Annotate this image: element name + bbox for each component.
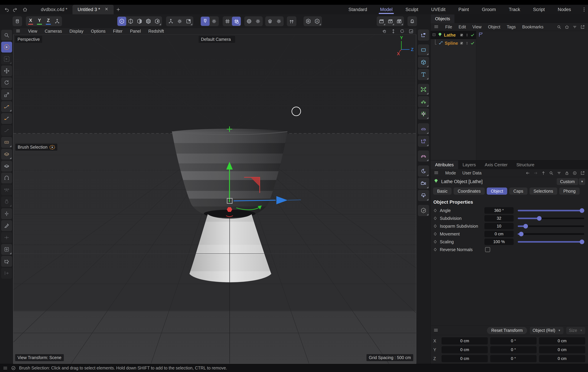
section-tab-object[interactable]: Object [487, 188, 507, 195]
point-mode-button[interactable] [126, 17, 135, 26]
reverse-normals-checkbox[interactable] [485, 247, 490, 252]
coordinate-field-z-1[interactable]: 0 ° [490, 355, 536, 362]
tab-attributes[interactable]: Attributes [430, 161, 458, 169]
knife-tool-button[interactable] [1, 220, 12, 231]
objects-menu-file[interactable]: File [445, 24, 452, 30]
viewport-menu-options[interactable]: Options [91, 29, 105, 34]
document-tab-0[interactable]: dvdbox.c4d * [36, 5, 73, 14]
redo-button[interactable] [11, 6, 19, 13]
frame-selection-tool-button[interactable] [1, 244, 12, 255]
modeling-axis-button[interactable] [245, 17, 253, 26]
path-edit-icon[interactable] [580, 25, 585, 30]
tab-layers[interactable]: Layers [458, 161, 480, 169]
section-tab-caps[interactable]: Caps [509, 188, 527, 195]
normal-align-button[interactable] [287, 17, 296, 26]
property-value-field[interactable]: 10 [484, 223, 514, 229]
object-tree-row-spline[interactable]: Spline [430, 39, 476, 47]
search-icon[interactable] [557, 25, 561, 30]
edit-toggle-icon[interactable] [459, 33, 464, 37]
filter-icon[interactable] [572, 25, 577, 30]
coordinate-field-y-2[interactable]: 0 cm [539, 346, 585, 353]
symmetry-toggle-button[interactable] [266, 17, 274, 26]
orbit-view-icon[interactable] [400, 29, 405, 34]
cube-object-button[interactable] [418, 57, 429, 68]
new-document-button[interactable] [114, 7, 123, 12]
layout-tab-standard[interactable]: Standard [342, 5, 374, 14]
quantize-toggle-button[interactable] [232, 17, 241, 26]
objects-menu-bookmarks[interactable]: Bookmarks [522, 24, 543, 30]
objects-menu-edit[interactable]: Edit [459, 24, 466, 30]
render-settings-button[interactable] [395, 17, 404, 26]
axis-tool-button[interactable] [53, 17, 62, 26]
slider-handle[interactable] [519, 232, 524, 236]
expander-icon[interactable] [432, 33, 436, 37]
objects-menu-tags[interactable]: Tags [507, 24, 516, 30]
slider-handle[interactable] [537, 216, 542, 221]
spline-arc-tool-button[interactable] [1, 137, 12, 148]
camera-object-button[interactable] [418, 178, 429, 189]
grid-toggle-button[interactable] [223, 17, 232, 26]
rotate-tool-button[interactable] [1, 77, 12, 88]
new-window-icon[interactable] [580, 171, 585, 175]
document-tab-1[interactable]: Untitled 3 * [73, 5, 114, 14]
section-tab-phong[interactable]: Phong [559, 188, 580, 195]
array-generator-button[interactable] [418, 96, 429, 107]
tweak-mode-button[interactable] [117, 17, 126, 26]
dolly-view-icon[interactable] [391, 29, 396, 34]
viewport-menu-icon[interactable] [15, 28, 21, 34]
snap-toggle-button[interactable] [201, 17, 210, 26]
property-value-field[interactable]: 100 % [484, 239, 514, 245]
coordinate-field-x-2[interactable]: 0 cm [539, 337, 585, 344]
property-slider[interactable] [518, 239, 584, 245]
axis-x-toggle-button[interactable]: X [26, 17, 35, 26]
symmetry-object-button[interactable] [418, 151, 429, 162]
layout-tab-track[interactable]: Track [502, 5, 526, 14]
viewport-menu-cameras[interactable]: Cameras [45, 29, 62, 34]
reset-transform-button[interactable]: Reset Transform [487, 327, 527, 334]
home-button[interactable] [21, 6, 29, 13]
section-tab-selections[interactable]: Selections [529, 188, 557, 195]
edit-toggle-icon[interactable] [459, 41, 464, 45]
layout-menu-kebab-icon[interactable] [580, 6, 588, 13]
axis-mode-button[interactable] [166, 17, 175, 26]
modeling-settings-button[interactable] [253, 17, 262, 26]
record-icon[interactable] [572, 171, 577, 175]
zoom-tool-button[interactable] [1, 30, 12, 41]
objects-menu-view[interactable]: View [472, 24, 482, 30]
live-selection-tool-button[interactable] [1, 42, 12, 52]
coordinate-field-z-0[interactable]: 0 cm [441, 355, 488, 362]
enabled-check-icon[interactable] [470, 33, 475, 37]
annotation-filter-button[interactable]: A [313, 17, 322, 26]
layout-tab-sculpt[interactable]: Sculpt [399, 5, 425, 14]
coordinates-menu-icon[interactable] [433, 328, 439, 333]
environment-object-button[interactable] [418, 165, 429, 177]
coordinates-object-button[interactable] [418, 30, 429, 41]
coordinate-field-x-1[interactable]: 0 ° [490, 337, 536, 344]
home-icon[interactable] [565, 25, 569, 30]
user-data-menu[interactable]: User Data [462, 171, 482, 175]
layout-tab-model[interactable]: Model [374, 5, 399, 14]
spline-pen-tool-button[interactable] [1, 101, 12, 112]
lock-icon[interactable] [565, 171, 569, 175]
filter-icon[interactable] [557, 171, 561, 175]
spline-smooth-tool-button[interactable] [1, 125, 12, 136]
material-editor-button[interactable] [418, 205, 429, 216]
coordinate-field-y-0[interactable]: 0 cm [441, 346, 488, 353]
attributes-menu-icon[interactable] [434, 170, 439, 176]
search-icon[interactable] [549, 171, 554, 175]
layout-tab-nodes[interactable]: Nodes [551, 5, 578, 14]
preset-dropdown[interactable]: Custom [557, 178, 578, 185]
spline-sketch-tool-button[interactable] [1, 113, 12, 124]
simulation-generator-button[interactable] [418, 108, 429, 120]
transfer-tool-button[interactable] [1, 268, 12, 279]
symmetry-settings-button[interactable] [274, 17, 283, 26]
viewport-menu-redshift[interactable]: Redshift [148, 29, 164, 34]
projection-label[interactable]: Perspective [15, 36, 42, 43]
property-slider[interactable] [518, 223, 584, 229]
lathe-generator-button[interactable] [418, 84, 429, 95]
property-slider[interactable] [518, 207, 584, 214]
close-tab-icon[interactable] [105, 7, 109, 12]
section-tab-coordinates[interactable]: Coordinates [454, 188, 485, 195]
workplane-mode-button[interactable] [184, 17, 193, 26]
snap-settings-button[interactable] [210, 17, 219, 26]
